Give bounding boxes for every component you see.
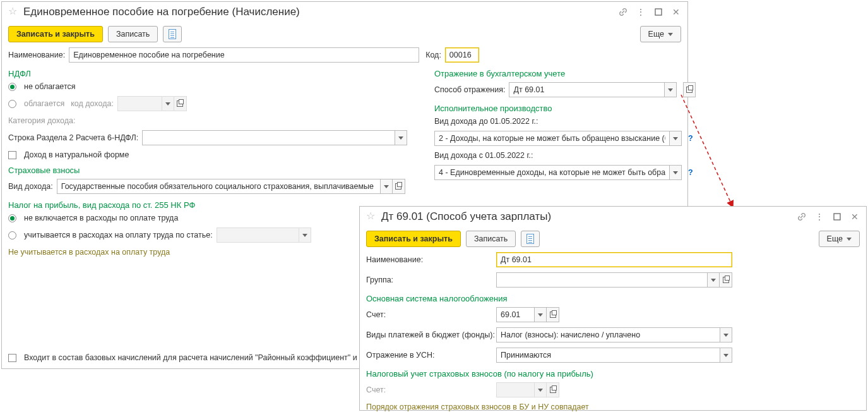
account2-label: Счет: [366, 385, 492, 394]
exec-before-help-icon[interactable]: ? [688, 134, 693, 143]
window-title: Единовременное пособие на погребение (На… [23, 6, 618, 18]
insurance-kind-input[interactable] [57, 179, 380, 194]
radio-profit-excl[interactable] [8, 214, 16, 222]
income-code-open [174, 96, 187, 111]
account2-input [496, 382, 534, 397]
window2-note: Порядок отражения страховых взносов в БУ… [366, 403, 589, 411]
save-button[interactable]: Записать [108, 26, 158, 42]
income-category-label: Категория дохода: [8, 116, 76, 125]
exec-before-input[interactable] [434, 131, 669, 146]
insurance-kind-dropdown[interactable] [380, 179, 393, 194]
code-label: Код: [425, 51, 441, 59]
section-tax-ins: Налоговый учет страховых взносов (по нал… [360, 365, 866, 380]
account-label: Счет: [366, 310, 492, 319]
svg-rect-2 [834, 214, 840, 220]
account-input[interactable] [496, 307, 534, 322]
base-accruals-checkbox[interactable] [8, 354, 16, 362]
favorite-icon[interactable]: ☆ [8, 6, 18, 16]
base-accruals-label: Входит в состав базовых начислений для р… [24, 353, 368, 362]
method-dropdown[interactable] [664, 82, 677, 97]
more-button-2[interactable]: Еще [819, 231, 860, 247]
income-code-dropdown [162, 96, 174, 111]
save-close-button[interactable]: Записать и закрыть [8, 26, 103, 42]
budget-dropdown[interactable] [720, 327, 732, 342]
radio-not-taxed[interactable] [8, 83, 16, 91]
code-input[interactable] [445, 47, 479, 63]
insurance-kind-open[interactable] [393, 179, 405, 194]
maximize-icon[interactable] [653, 7, 663, 17]
group-input[interactable] [496, 272, 707, 288]
name2-label: Наименование: [366, 255, 492, 264]
close-icon-2[interactable]: ✕ [850, 212, 860, 222]
exec-before-dropdown[interactable] [669, 131, 682, 146]
window-salary-method: ☆ Дт 69.01 (Способ учета зарплаты) ⋮ ✕ З… [359, 206, 867, 411]
insurance-kind-label: Вид дохода: [8, 182, 53, 191]
account-open[interactable] [547, 307, 559, 322]
natural-income-label: Доход в натуральной форме [24, 150, 129, 159]
profit-article-dropdown [299, 227, 311, 243]
radio-profit-excl-label: не включается в расходы по оплате труда [24, 214, 178, 222]
group-dropdown[interactable] [707, 272, 720, 288]
radio-taxed[interactable] [8, 100, 16, 108]
section-accounting: Отражение в бухгалтерском учете [428, 65, 702, 80]
method-open[interactable] [683, 82, 696, 97]
window2-title: Дт 69.01 (Способ учета зарплаты) [381, 210, 797, 223]
document-icon-2 [526, 234, 534, 244]
exec-after-help-icon[interactable]: ? [688, 168, 693, 177]
account2-dropdown [534, 382, 547, 397]
section-profit: Налог на прибыль, вид расхода по ст. 255… [2, 197, 415, 211]
income-code-input [117, 96, 162, 111]
account-dropdown[interactable] [534, 307, 547, 322]
document-icon-button-2[interactable] [521, 231, 540, 247]
link-icon-2[interactable] [797, 212, 807, 222]
svg-rect-0 [655, 9, 662, 15]
name2-input[interactable] [496, 252, 732, 267]
income-code-label: код дохода: [71, 99, 114, 108]
profit-article-input [217, 227, 299, 243]
profit-note: Не учитывается в расходах на оплату труд… [8, 248, 170, 257]
group-label: Группа: [366, 276, 492, 284]
account2-open [547, 382, 559, 397]
natural-income-checkbox[interactable] [8, 151, 16, 159]
exec-after-input[interactable] [434, 165, 669, 180]
section-main-tax: Основная система налогообложения [360, 290, 866, 305]
document-icon [169, 29, 176, 39]
line6-dropdown[interactable] [395, 130, 407, 145]
section-exec: Исполнительное производство [428, 100, 702, 114]
more-icon[interactable]: ⋮ [636, 7, 646, 17]
budget-label: Виды платежей в бюджет (фонды): [366, 330, 492, 339]
line6-label: Строка Раздела 2 Расчета 6-НДФЛ: [8, 133, 138, 142]
section-insurance: Страховые взносы [2, 162, 415, 176]
more-icon-2[interactable]: ⋮ [814, 212, 824, 222]
save-button-2[interactable]: Записать [466, 231, 516, 247]
exec-before-label: Вид дохода до 01.05.2022 г.: [434, 117, 538, 126]
document-icon-button[interactable] [163, 26, 182, 42]
name-input[interactable] [69, 47, 419, 63]
method-label: Способ отражения: [434, 85, 505, 94]
maximize-icon-2[interactable] [832, 212, 842, 222]
usn-dropdown[interactable] [720, 348, 732, 363]
radio-profit-incl-label: учитывается в расходах на оплату труда п… [24, 231, 213, 239]
name-label: Наименование: [8, 51, 65, 59]
section-ndfl: НДФЛ [2, 65, 415, 80]
method-input[interactable] [509, 82, 664, 97]
exec-after-dropdown[interactable] [669, 165, 682, 180]
usn-label: Отражение в УСН: [366, 351, 492, 360]
line6-input[interactable] [142, 130, 395, 145]
close-icon[interactable]: ✕ [671, 7, 681, 17]
favorite-icon-2[interactable]: ☆ [366, 211, 376, 221]
budget-input[interactable] [496, 327, 720, 342]
radio-profit-incl[interactable] [8, 231, 16, 239]
group-open[interactable] [720, 272, 732, 288]
more-button[interactable]: Еще [640, 26, 681, 42]
exec-after-label: Вид дохода с 01.05.2022 г.: [434, 151, 533, 160]
radio-not-taxed-label: не облагается [24, 82, 76, 91]
usn-input[interactable] [496, 348, 720, 363]
save-close-button-2[interactable]: Записать и закрыть [366, 231, 461, 247]
link-icon[interactable] [618, 7, 628, 17]
radio-taxed-label: облагается [24, 99, 64, 108]
